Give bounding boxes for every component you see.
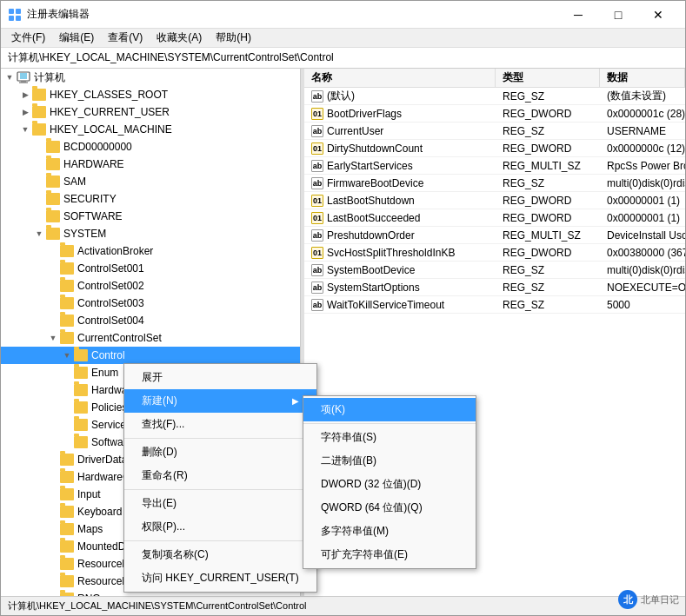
detail-row[interactable]: 01DirtyShutdownCountREG_DWORD0x0000000c …: [304, 140, 685, 157]
ctx-copy-name[interactable]: 复制项名称(C): [124, 543, 316, 566]
submenu-item-dword[interactable]: DWORD (32 位值)(D): [303, 473, 476, 496]
tree-item-controlset001[interactable]: ▶ ControlSet001: [1, 260, 300, 277]
tree-item-controlset002[interactable]: ▶ ControlSet002: [1, 277, 300, 295]
svg-rect-1: [16, 9, 21, 14]
detail-row[interactable]: 01SvcHostSplitThresholdInKBREG_DWORD0x00…: [304, 244, 685, 262]
detail-cell-data: DeviceInstall Usos: [600, 229, 685, 242]
reg-type-icon: 01: [311, 195, 323, 207]
submenu-item-key[interactable]: 项(K): [303, 398, 476, 421]
detail-row[interactable]: 01LastBootSucceededREG_DWORD0x00000001 (…: [304, 209, 685, 227]
ctx-separator-2: [124, 489, 316, 490]
submenu-dword-label: DWORD (32 位值)(D): [321, 478, 421, 490]
folder-icon-controlset002: [60, 280, 74, 292]
tree-item-controlset003[interactable]: ▶ ControlSet003: [1, 295, 300, 312]
detail-row[interactable]: 01BootDriverFlagsREG_DWORD0x0000001c (28…: [304, 105, 685, 123]
tree-item-computer[interactable]: ▼ 计算机: [1, 69, 300, 86]
detail-cell-type: REG_DWORD: [496, 194, 600, 208]
submenu-item-binary[interactable]: 二进制值(B): [303, 449, 476, 473]
detail-cell-type: REG_SZ: [496, 298, 600, 312]
close-button[interactable]: ✕: [638, 1, 678, 29]
detail-cell-data: RpcSs Power Bro: [600, 159, 685, 173]
detail-row[interactable]: abSystemStartOptionsREG_SZNOEXECUTE=OP: [304, 279, 685, 296]
tree-item-software[interactable]: ▶ SOFTWARE: [1, 208, 300, 225]
detail-cell-name: abSystemStartOptions: [304, 281, 496, 295]
expand-icon-system[interactable]: ▼: [32, 227, 46, 241]
detail-row[interactable]: ab(默认)REG_SZ(数值未设置): [304, 88, 685, 105]
ctx-separator-3: [124, 540, 316, 541]
tree-item-security[interactable]: ▶ SECURITY: [1, 190, 300, 208]
svg-rect-7: [19, 83, 28, 83]
detail-cell-data: 0x0000001c (28): [600, 107, 685, 121]
tree-label-currentcontrolset: CurrentControlSet: [77, 332, 162, 344]
tree-item-currentcontrolset[interactable]: ▼ CurrentControlSet: [1, 329, 300, 347]
folder-icon-rng: [60, 593, 74, 596]
ctx-access-hkcu[interactable]: 访问 HKEY_CURRENT_USER(T): [124, 566, 316, 590]
detail-row[interactable]: 01LastBootShutdownREG_DWORD0x00000001 (1…: [304, 192, 685, 209]
expand-icon-hkcu[interactable]: ▶: [18, 105, 32, 119]
detail-row[interactable]: abEarlyStartServicesREG_MULTI_SZRpcSs Po…: [304, 157, 685, 175]
tree-label-maps: Maps: [77, 523, 103, 535]
folder-icon-controlset001: [60, 262, 74, 275]
tree-item-sam[interactable]: ▶ SAM: [1, 173, 300, 190]
status-bar: 计算机\HKEY_LOCAL_MACHINE\SYSTEM\CurrentCon…: [1, 596, 685, 615]
ctx-rename[interactable]: 重命名(R): [124, 464, 316, 487]
tree-label-hkcu: HKEY_CURRENT_USER: [50, 106, 170, 118]
menu-item-h[interactable]: 帮助(H): [209, 29, 258, 47]
tree-item-hkcu[interactable]: ▶ HKEY_CURRENT_USER: [1, 103, 300, 121]
detail-row[interactable]: abSystemBootDeviceREG_SZmulti(0)disk(0)r…: [304, 262, 685, 279]
submenu-item-multistring[interactable]: 多字符串值(M): [303, 520, 476, 543]
submenu-item-expandstring[interactable]: 可扩充字符串值(E): [303, 543, 476, 566]
tree-label-controlset002: ControlSet002: [77, 280, 144, 292]
ctx-find[interactable]: 查找(F)...: [124, 413, 316, 436]
menu-item-v[interactable]: 查看(V): [101, 29, 150, 47]
menu-item-e[interactable]: 编辑(E): [52, 29, 101, 47]
ctx-expand[interactable]: 展开: [124, 366, 316, 389]
ctx-delete-label: 删除(D): [142, 445, 177, 460]
expand-icon-control[interactable]: ▼: [60, 348, 74, 362]
minimize-button[interactable]: ─: [558, 1, 598, 29]
expand-icon-currentcontrolset[interactable]: ▼: [46, 331, 60, 345]
submenu-item-qword[interactable]: QWORD (64 位值)(Q): [303, 496, 476, 520]
submenu-item-string[interactable]: 字符串值(S): [303, 426, 476, 449]
expand-icon-hklm[interactable]: ▼: [18, 123, 32, 136]
detail-row[interactable]: abPreshutdownOrderREG_MULTI_SZDeviceInst…: [304, 227, 685, 244]
tree-item-activationbroker[interactable]: ▶ ActivationBroker: [1, 242, 300, 260]
expand-icon-computer[interactable]: ▼: [3, 70, 17, 84]
maximize-button[interactable]: □: [598, 1, 638, 29]
title-bar: 注册表编辑器 ─ □ ✕: [1, 1, 685, 29]
folder-icon-bcd: [46, 141, 60, 153]
detail-name-text: DirtyShutdownCount: [327, 142, 423, 155]
tree-item-hklm[interactable]: ▼ HKEY_LOCAL_MACHINE: [1, 121, 300, 138]
reg-type-icon: ab: [311, 282, 323, 294]
ctx-delete[interactable]: 删除(D): [124, 440, 316, 464]
detail-name-text: PreshutdownOrder: [327, 229, 415, 242]
ctx-permissions[interactable]: 权限(P)...: [124, 515, 316, 539]
tree-item-hardware[interactable]: ▶ HARDWARE: [1, 156, 300, 173]
ctx-new[interactable]: 新建(N) ▶: [124, 389, 316, 413]
reg-type-icon: ab: [311, 177, 323, 189]
detail-name-text: SystemBootDevice: [327, 264, 415, 276]
detail-cell-name: abPreshutdownOrder: [304, 229, 496, 242]
tree-item-system[interactable]: ▼ SYSTEM: [1, 225, 300, 242]
folder-icon-resourcemgr: [60, 558, 74, 570]
submenu-qword-label: QWORD (64 位值)(Q): [321, 501, 423, 513]
tree-item-controlset004[interactable]: ▶ ControlSet004: [1, 312, 300, 329]
tree-item-control[interactable]: ▼ Control: [1, 347, 300, 364]
ctx-export[interactable]: 导出(E): [124, 492, 316, 515]
detail-row[interactable]: abFirmwareBootDeviceREG_SZmulti(0)disk(0…: [304, 175, 685, 192]
title-bar-left: 注册表编辑器: [8, 7, 90, 22]
menu-item-a[interactable]: 收藏夹(A): [150, 29, 209, 47]
watermark-text: 北单日记: [641, 593, 679, 606]
ctx-new-arrow: ▶: [292, 396, 299, 406]
detail-row[interactable]: abCurrentUserREG_SZUSERNAME: [304, 123, 685, 140]
folder-icon-resourcepolicy: [60, 575, 74, 587]
detail-row[interactable]: abWaitToKillServiceTimeoutREG_SZ5000: [304, 296, 685, 314]
detail-cell-name: ab(默认): [304, 88, 496, 104]
tree-item-hkcr[interactable]: ▶ HKEY_CLASSES_ROOT: [1, 86, 300, 103]
watermark: 北 北单日记: [618, 590, 679, 609]
menu-item-f[interactable]: 文件(F): [4, 29, 52, 47]
folder-icon-activationbroker: [60, 245, 74, 257]
submenu-binary-label: 二进制值(B): [321, 454, 376, 467]
tree-item-bcd[interactable]: ▶ BCD00000000: [1, 138, 300, 156]
expand-icon-hkcr[interactable]: ▶: [18, 88, 32, 102]
